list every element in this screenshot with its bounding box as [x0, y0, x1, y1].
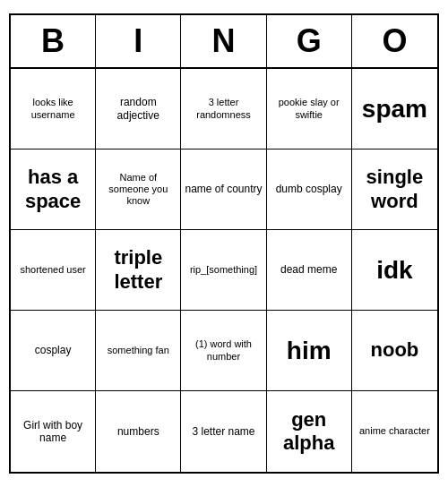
bingo-cell-16: something fan — [96, 311, 181, 391]
bingo-cell-3: pookie slay or swiftie — [267, 69, 352, 150]
bingo-cell-17: (1) word with number — [181, 311, 266, 391]
bingo-cell-14: idk — [352, 230, 437, 311]
bingo-cell-2: 3 letter randomness — [181, 69, 266, 150]
bingo-cell-13: dead meme — [267, 230, 352, 311]
bingo-cell-1: random adjective — [96, 69, 181, 150]
bingo-card: BINGO looks like usernamerandom adjectiv… — [9, 13, 439, 474]
header-letter-i: I — [96, 15, 181, 67]
bingo-cell-24: anime character — [352, 391, 437, 472]
bingo-cell-23: gen alpha — [267, 391, 352, 472]
header-letter-n: N — [181, 15, 266, 67]
bingo-cell-7: name of country — [181, 150, 266, 230]
bingo-cell-12: rip_[something] — [181, 230, 266, 311]
bingo-cell-21: numbers — [96, 391, 181, 472]
bingo-cell-20: Girl with boy name — [11, 391, 96, 472]
bingo-header: BINGO — [11, 15, 437, 69]
bingo-cell-11: triple letter — [96, 230, 181, 311]
header-letter-g: G — [267, 15, 352, 67]
header-letter-b: B — [11, 15, 96, 67]
bingo-cell-6: Name of someone you know — [96, 150, 181, 230]
bingo-grid: looks like usernamerandom adjective3 let… — [11, 69, 437, 472]
bingo-cell-19: noob — [352, 311, 437, 391]
bingo-cell-8: dumb cosplay — [267, 150, 352, 230]
bingo-cell-0: looks like username — [11, 69, 96, 150]
header-letter-o: O — [352, 15, 437, 67]
bingo-cell-4: spam — [352, 69, 437, 150]
bingo-cell-9: single word — [352, 150, 437, 230]
bingo-cell-15: cosplay — [11, 311, 96, 391]
bingo-cell-22: 3 letter name — [181, 391, 266, 472]
bingo-cell-10: shortened user — [11, 230, 96, 311]
bingo-cell-5: has a space — [11, 150, 96, 230]
bingo-cell-18: him — [267, 311, 352, 391]
